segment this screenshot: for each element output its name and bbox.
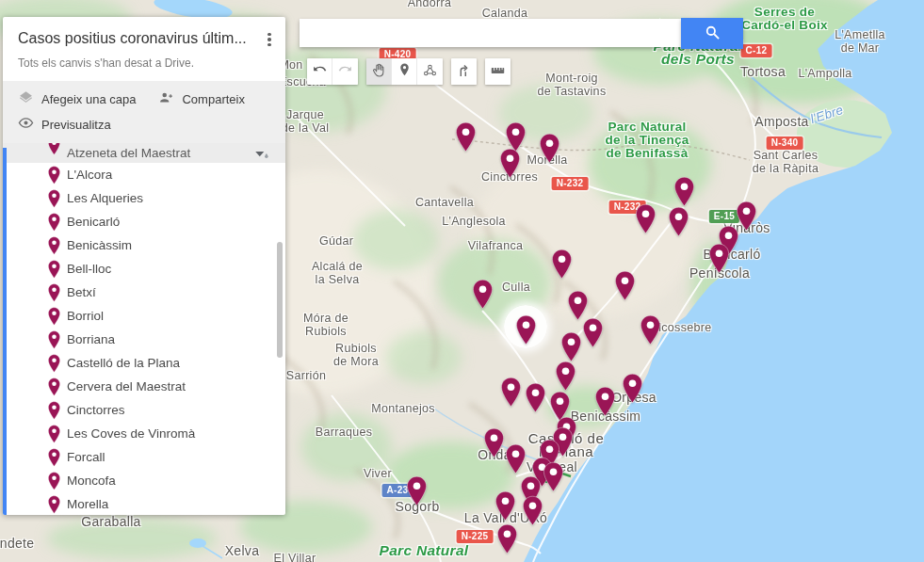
draw-line-button[interactable] <box>417 58 443 85</box>
measure-button[interactable] <box>485 58 511 85</box>
place-list-item[interactable]: Benicarló <box>3 210 285 233</box>
add-layer-button[interactable]: Afegeix una capa <box>18 89 136 108</box>
marker-pin-icon <box>47 330 61 353</box>
place-list-item[interactable]: Castelló de la Plana <box>3 351 285 375</box>
map-marker[interactable] <box>504 443 527 474</box>
ruler-icon <box>490 62 506 81</box>
place-list-item[interactable]: Morella <box>3 492 285 515</box>
road-badge: N-225 <box>457 530 494 543</box>
map-marker[interactable] <box>639 314 662 345</box>
layers-icon <box>18 89 34 108</box>
my-maps-app: AndorraCalandaSerres deCardó-el BoixL'Am… <box>0 0 924 562</box>
map-marker[interactable] <box>498 148 522 179</box>
place-list-item[interactable]: Moncofa <box>3 469 285 492</box>
side-panel: Casos positius coronavirus últim... Tots… <box>3 17 285 515</box>
map-marker[interactable] <box>499 377 523 408</box>
place-label: Cinctorres <box>67 403 125 417</box>
layer-style-icon[interactable] <box>253 146 270 161</box>
map-marker[interactable] <box>524 382 547 413</box>
search-button[interactable] <box>681 18 743 49</box>
place-list-item[interactable]: Cinctorres <box>3 398 285 422</box>
map-marker[interactable] <box>634 203 657 234</box>
search-icon <box>704 24 721 43</box>
road-badge: C-12 <box>741 44 772 57</box>
map-marker[interactable] <box>550 249 574 280</box>
map-marker[interactable] <box>621 373 644 404</box>
place-list: L'AlcoraLes AlqueriesBenicarlóBenicàssim… <box>3 163 285 515</box>
map-title: Casos positius coronavirus últim... <box>18 30 270 47</box>
map-marker[interactable] <box>559 331 583 362</box>
marker-pin-icon <box>47 354 61 377</box>
map-marker[interactable] <box>613 270 637 301</box>
place-label: Benicarló <box>67 215 120 229</box>
search-input[interactable] <box>300 19 681 47</box>
map-marker[interactable] <box>482 427 506 458</box>
add-layer-label: Afegeix una capa <box>41 92 136 106</box>
share-button[interactable]: Comparteix <box>158 89 244 108</box>
preview-label: Previsualitza <box>41 118 111 132</box>
redo-icon <box>337 62 353 81</box>
marker-pin-icon <box>47 260 61 282</box>
undo-icon <box>312 62 328 81</box>
add-marker-button[interactable] <box>392 58 417 85</box>
map-marker[interactable] <box>554 361 577 392</box>
place-list-item[interactable]: Les Alqueries <box>3 186 285 210</box>
map-marker[interactable] <box>454 121 478 153</box>
place-list-item[interactable]: L'Alcora <box>3 163 285 186</box>
map-marker[interactable] <box>405 475 429 506</box>
place-label: Forcall <box>67 450 105 464</box>
toolbar-group <box>307 58 358 85</box>
toolbar-group <box>366 58 443 85</box>
undo-button[interactable] <box>307 58 332 85</box>
map-marker[interactable] <box>667 206 690 237</box>
person-add-icon <box>158 89 174 108</box>
place-list-item[interactable]: Borriana <box>3 328 285 351</box>
map-marker[interactable] <box>542 461 565 492</box>
place-list-item[interactable]: Bell-lloc <box>3 257 285 281</box>
place-label: Les Coves de Vinromà <box>67 426 195 441</box>
marker-pin-icon <box>47 425 61 447</box>
map-toolbar <box>307 58 511 85</box>
marker-pin-icon <box>47 307 61 329</box>
place-list-item[interactable]: Les Coves de Vinromà <box>3 422 285 445</box>
directions-button[interactable] <box>451 58 477 85</box>
map-marker[interactable] <box>471 279 494 310</box>
marker-pin-icon <box>47 472 61 494</box>
place-label: Benicàssim <box>67 238 132 252</box>
layer-selected-indicator <box>3 148 7 515</box>
place-label: Bell-lloc <box>67 262 111 276</box>
redo-button[interactable] <box>332 58 358 85</box>
place-list-item[interactable]: Cervera del Maestrat <box>3 375 285 398</box>
marker-pin-icon <box>47 448 61 471</box>
map-marker-selected[interactable] <box>514 314 538 345</box>
place-list-item-selected[interactable]: Atzeneta del Maestrat <box>3 143 285 163</box>
marker-pin-icon <box>47 166 61 188</box>
marker-pin-icon <box>47 189 61 212</box>
map-marker[interactable] <box>707 243 731 274</box>
polyline-icon <box>422 62 438 81</box>
marker-pin-icon <box>47 283 61 306</box>
toolbar-group <box>451 58 477 85</box>
map-marker[interactable] <box>581 317 605 348</box>
map-marker[interactable] <box>495 523 519 554</box>
scrollbar-thumb[interactable] <box>277 242 283 358</box>
map-marker[interactable] <box>521 495 544 526</box>
place-label: Borriol <box>67 309 104 323</box>
map-marker[interactable] <box>593 386 617 417</box>
map-marker[interactable] <box>538 133 561 164</box>
map-marker[interactable] <box>673 176 696 207</box>
map-marker[interactable] <box>494 490 517 522</box>
kebab-menu-icon[interactable] <box>259 28 280 51</box>
place-label: Morella <box>67 497 108 511</box>
place-list-item[interactable]: Borriol <box>3 304 285 328</box>
share-label: Comparteix <box>182 92 244 106</box>
pan-button[interactable] <box>366 58 392 85</box>
road-badge: N-232 <box>552 177 589 190</box>
eye-icon <box>18 115 34 134</box>
marker-pin-icon <box>47 495 61 515</box>
place-list-item[interactable]: Betxí <box>3 281 285 304</box>
hand-icon <box>371 62 387 81</box>
preview-button[interactable]: Previsualitza <box>18 115 111 134</box>
place-list-item[interactable]: Benicàssim <box>3 233 285 257</box>
place-list-item[interactable]: Forcall <box>3 445 285 469</box>
